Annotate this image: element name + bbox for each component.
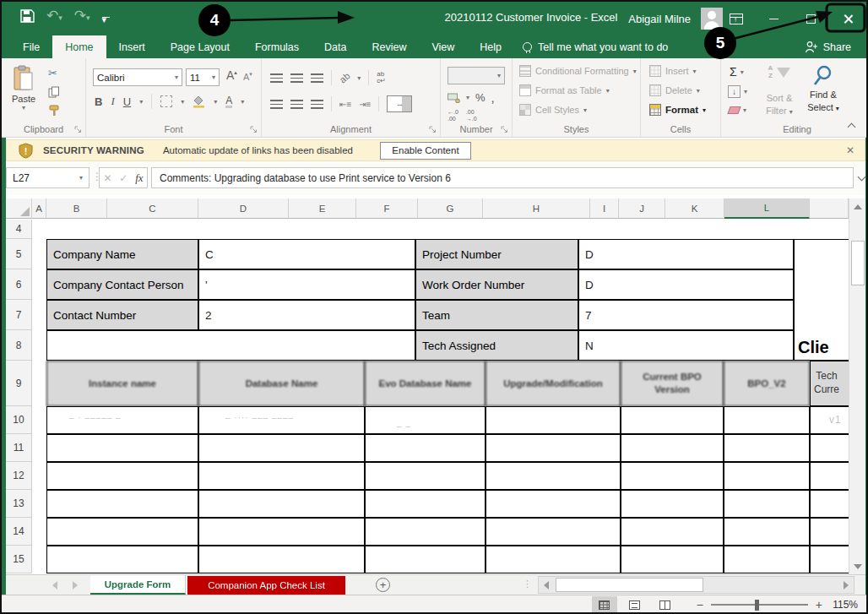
normal-view-button[interactable] bbox=[592, 596, 617, 614]
vertical-scrollbar-thumb[interactable] bbox=[851, 241, 865, 285]
cell-value-project-number[interactable]: D bbox=[578, 239, 794, 269]
col-header-J[interactable]: J bbox=[619, 198, 665, 219]
tab-file[interactable]: File bbox=[10, 35, 52, 58]
format-as-table-button[interactable]: Format as Table▾ bbox=[519, 84, 610, 96]
tab-page-layout[interactable]: Page Layout bbox=[158, 35, 242, 58]
row-header-15[interactable]: 15 bbox=[6, 546, 32, 573]
table-cell[interactable] bbox=[46, 462, 198, 490]
tab-home[interactable]: Home bbox=[52, 35, 106, 58]
fill-button[interactable]: ↓▾ bbox=[728, 85, 747, 98]
font-color-dropdown-arrow[interactable]: ▾ bbox=[241, 98, 244, 106]
align-left-icon[interactable] bbox=[270, 100, 283, 109]
cell-styles-button[interactable]: Cell Styles▾ bbox=[519, 104, 587, 116]
cell-label-project-number[interactable]: Project Number bbox=[415, 239, 578, 269]
font-dialog-launcher[interactable] bbox=[250, 126, 258, 133]
font-size-combo[interactable]: 11▾ bbox=[186, 68, 220, 86]
number-dialog-launcher[interactable] bbox=[501, 126, 508, 133]
horizontal-scrollbar-thumb[interactable] bbox=[556, 578, 703, 592]
bold-button[interactable]: B bbox=[95, 95, 102, 108]
number-format-combo[interactable]: ▾ bbox=[448, 67, 505, 84]
col-header-K[interactable]: K bbox=[665, 198, 724, 219]
table-cell[interactable] bbox=[810, 490, 849, 518]
col-header-G[interactable]: G bbox=[418, 198, 483, 219]
col-header-C[interactable]: C bbox=[107, 198, 198, 219]
table-cell[interactable] bbox=[724, 434, 810, 462]
comma-style-button[interactable]: , bbox=[491, 90, 495, 105]
table-cell[interactable] bbox=[810, 546, 849, 573]
table-cell[interactable] bbox=[724, 462, 810, 490]
scroll-up-button[interactable] bbox=[851, 199, 865, 214]
select-all-corner[interactable] bbox=[6, 198, 32, 219]
table-cell[interactable] bbox=[486, 406, 621, 434]
table-header-instance-name[interactable]: Instance name bbox=[46, 361, 198, 406]
col-header-A[interactable]: A bbox=[32, 198, 46, 219]
insert-cells-button[interactable]: Insert▾ bbox=[649, 65, 697, 77]
share-button[interactable]: Share bbox=[805, 35, 851, 58]
clipboard-dialog-launcher[interactable] bbox=[74, 126, 82, 133]
underline-dropdown-arrow[interactable]: ▾ bbox=[139, 98, 143, 106]
align-bottom-icon[interactable] bbox=[311, 73, 323, 83]
tab-view[interactable]: View bbox=[419, 35, 467, 58]
col-header-H[interactable]: H bbox=[483, 198, 590, 219]
paste-button[interactable]: Paste ▾ bbox=[12, 65, 35, 111]
find-select-button[interactable]: Find &Select ▾ bbox=[802, 65, 844, 114]
cell-empty-row8[interactable] bbox=[46, 330, 415, 361]
format-cells-button[interactable]: Format▾ bbox=[649, 104, 706, 116]
formula-input[interactable]: Comments: Upgrading database to use Prin… bbox=[151, 167, 854, 188]
align-top-icon[interactable] bbox=[270, 73, 283, 83]
table-cell[interactable] bbox=[621, 406, 724, 434]
scroll-down-button[interactable] bbox=[851, 559, 865, 573]
tab-insert[interactable]: Insert bbox=[106, 35, 158, 58]
cell-client-partial[interactable]: Clie bbox=[794, 239, 849, 361]
table-header-evo-database-name[interactable]: Evo Database Name bbox=[365, 361, 486, 406]
delete-cells-button[interactable]: Delete▾ bbox=[649, 84, 700, 96]
table-cell[interactable] bbox=[486, 490, 621, 518]
col-header-partial[interactable] bbox=[810, 198, 849, 219]
table-cell[interactable] bbox=[486, 462, 621, 490]
sheet-nav-left-icon[interactable] bbox=[52, 581, 57, 590]
align-right-icon[interactable] bbox=[311, 100, 323, 109]
table-cell[interactable] bbox=[46, 546, 198, 573]
merge-center-icon[interactable]: ↔ bbox=[387, 95, 412, 112]
table-cell[interactable] bbox=[810, 434, 849, 462]
format-painter-icon[interactable] bbox=[48, 105, 60, 117]
row-header-14[interactable]: 14 bbox=[6, 518, 32, 546]
table-cell[interactable] bbox=[46, 518, 198, 546]
scroll-right-icon[interactable] bbox=[844, 581, 849, 590]
table-cell[interactable] bbox=[198, 462, 365, 490]
row-header-13[interactable]: 13 bbox=[6, 490, 32, 518]
col-header-I[interactable]: I bbox=[590, 198, 619, 219]
autosum-button[interactable]: Σ▾ bbox=[730, 65, 744, 79]
cell-label-team[interactable]: Team bbox=[415, 300, 578, 330]
table-cell[interactable] bbox=[46, 490, 198, 518]
cell-value-work-order-number[interactable]: D bbox=[578, 269, 794, 300]
tab-review[interactable]: Review bbox=[359, 35, 419, 58]
table-cell[interactable] bbox=[810, 462, 849, 490]
row-header-6[interactable]: 6 bbox=[6, 269, 32, 300]
cell-label-tech-assigned[interactable]: Tech Assigned bbox=[415, 330, 578, 361]
table-cell[interactable] bbox=[486, 518, 621, 546]
orientation-dropdown-arrow[interactable]: ▾ bbox=[357, 74, 361, 82]
row-header-9[interactable]: 9 bbox=[6, 361, 32, 406]
table-header-bpo-v2[interactable]: BPO_V2 bbox=[724, 361, 810, 406]
tab-help[interactable]: Help bbox=[467, 35, 514, 58]
wrap-text-icon[interactable]: abc↵ bbox=[377, 71, 386, 84]
enter-formula-icon[interactable]: ✓ bbox=[119, 172, 127, 184]
col-header-D[interactable]: D bbox=[198, 198, 289, 219]
maximize-button[interactable] bbox=[792, 2, 829, 35]
zoom-in-button[interactable]: + bbox=[816, 598, 822, 611]
table-cell[interactable] bbox=[365, 490, 486, 518]
accounting-format-icon[interactable] bbox=[448, 93, 460, 103]
horizontal-scrollbar[interactable] bbox=[538, 576, 854, 594]
accounting-dropdown-arrow[interactable]: ▾ bbox=[466, 94, 469, 101]
row-header-5[interactable]: 5 bbox=[6, 239, 32, 269]
table-cell[interactable] bbox=[365, 462, 486, 490]
tab-scroll-divider[interactable]: ⋮ bbox=[523, 579, 532, 590]
enable-content-button[interactable]: Enable Content bbox=[380, 142, 471, 160]
zoom-out-button[interactable]: − bbox=[697, 598, 703, 611]
vertical-scrollbar[interactable] bbox=[849, 198, 865, 574]
font-name-combo[interactable]: Calibri▾ bbox=[93, 68, 182, 86]
table-cell[interactable] bbox=[486, 434, 621, 462]
align-center-icon[interactable] bbox=[290, 100, 303, 109]
new-sheet-button[interactable]: + bbox=[376, 578, 390, 592]
